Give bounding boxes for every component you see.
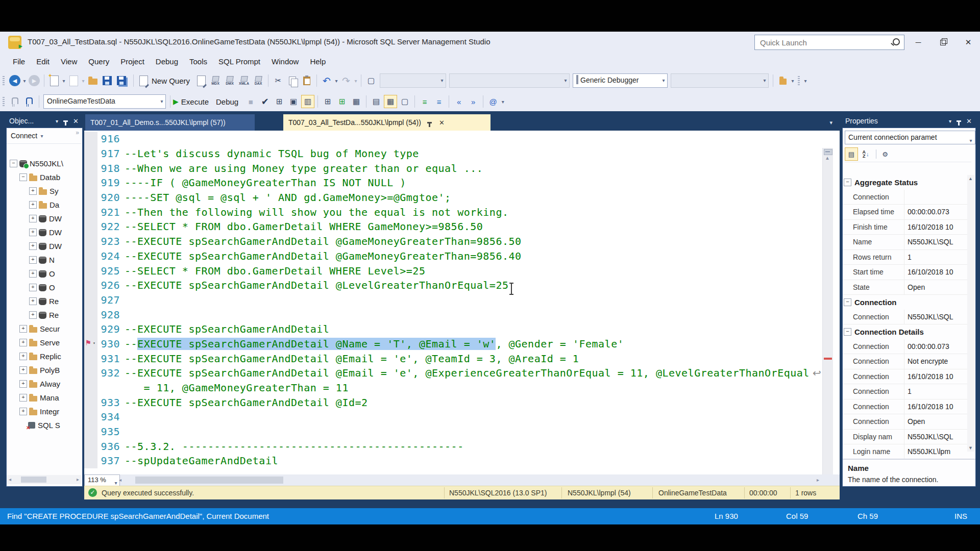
- expand-icon[interactable]: +: [19, 366, 27, 374]
- scroll-up-icon[interactable]: ▲: [968, 176, 973, 181]
- tree-item[interactable]: +O: [7, 281, 81, 294]
- include-actual-plan-button[interactable]: ⊞: [335, 95, 349, 108]
- quick-launch-box[interactable]: [754, 35, 904, 50]
- tree-item[interactable]: +DW: [7, 239, 81, 253]
- expand-icon[interactable]: +: [29, 297, 37, 305]
- dax-query-button[interactable]: DAX: [251, 76, 265, 85]
- expand-icon[interactable]: +: [29, 311, 37, 319]
- expand-icon[interactable]: +: [19, 325, 27, 333]
- toolbar-overflow-icon[interactable]: ▾: [803, 78, 808, 84]
- new-file-dropdown-icon[interactable]: ▾: [61, 78, 66, 84]
- xmla-query-button[interactable]: XMLA: [237, 76, 251, 85]
- property-row[interactable]: NameN550JKL\SQL: [843, 235, 967, 250]
- results-to-text-button[interactable]: ▥: [301, 95, 314, 108]
- tree-item[interactable]: +Sy: [7, 184, 81, 198]
- collapse-icon[interactable]: −: [844, 298, 851, 306]
- object-explorer-hscrollbar[interactable]: ◂ ▸: [7, 475, 81, 484]
- pin-icon[interactable]: [957, 120, 961, 122]
- menu-project[interactable]: Project: [115, 55, 150, 68]
- expand-icon[interactable]: +: [19, 339, 27, 346]
- tree-item[interactable]: +N: [7, 253, 81, 267]
- mdx-query-button[interactable]: MDX: [208, 76, 223, 85]
- stop-button[interactable]: ■: [244, 95, 257, 108]
- tree-item[interactable]: +PolyB: [7, 363, 81, 377]
- add-item-button[interactable]: [67, 74, 80, 87]
- property-row[interactable]: Rows return1: [843, 250, 967, 265]
- tree-item[interactable]: +Secur: [7, 322, 81, 336]
- editor-zoom-control[interactable]: 113 %▾: [84, 474, 120, 486]
- decrease-indent-button[interactable]: «: [452, 95, 465, 108]
- scrollbar-thumb[interactable]: [21, 477, 46, 483]
- expand-icon[interactable]: +: [29, 284, 37, 291]
- panel-overflow-icon[interactable]: »: [76, 129, 79, 136]
- toolbar-overflow-icon[interactable]: ▾: [790, 78, 795, 84]
- toolbar-grip[interactable]: [3, 97, 5, 106]
- tree-item[interactable]: +O: [7, 267, 81, 281]
- include-client-statistics-button[interactable]: ▦: [350, 95, 363, 108]
- object-explorer-header[interactable]: Objec... ▾ ✕: [6, 114, 82, 128]
- close-tab-icon[interactable]: ✕: [439, 119, 445, 127]
- tree-item[interactable]: −N550JKL\: [7, 157, 81, 170]
- close-icon[interactable]: ✕: [966, 117, 972, 125]
- menu-query[interactable]: Query: [83, 55, 115, 68]
- expand-icon[interactable]: +: [29, 256, 37, 264]
- expand-icon[interactable]: +: [29, 242, 37, 250]
- specify-values-button[interactable]: ⊞: [321, 95, 334, 108]
- property-row[interactable]: Finish time16/10/2018 10: [843, 220, 967, 235]
- expand-icon[interactable]: +: [29, 187, 37, 195]
- property-row[interactable]: Connection00:00:00.073: [843, 339, 967, 355]
- property-row[interactable]: ConnectionOpen: [843, 414, 967, 430]
- collapse-icon[interactable]: −: [19, 173, 27, 181]
- splitter-grip[interactable]: [824, 149, 832, 155]
- expand-icon[interactable]: +: [29, 215, 37, 222]
- tree-item[interactable]: +Serve: [7, 336, 81, 349]
- open-file-button[interactable]: [86, 74, 100, 87]
- property-group-row[interactable]: −Aggregate Status: [843, 175, 967, 190]
- property-row[interactable]: Display namN550JKL\SQL: [843, 430, 967, 445]
- tree-item[interactable]: +Re: [7, 294, 81, 308]
- results-to-grid-button[interactable]: ▦: [384, 95, 397, 108]
- document-list-dropdown-icon[interactable]: ▾: [829, 119, 832, 126]
- expand-icon[interactable]: +: [29, 270, 37, 278]
- collapse-icon[interactable]: −: [844, 328, 851, 336]
- new-query-button[interactable]: New Query: [152, 77, 190, 85]
- debug-button[interactable]: Debug: [216, 97, 238, 106]
- database-query-icon[interactable]: [194, 74, 208, 87]
- save-button[interactable]: [101, 74, 114, 87]
- properties-vscrollbar[interactable]: ▲ ▼: [967, 175, 975, 452]
- back-dropdown-icon[interactable]: ▾: [22, 78, 27, 84]
- scroll-right-icon[interactable]: ▸: [817, 477, 819, 483]
- property-group-row[interactable]: −Connection: [843, 295, 967, 310]
- menu-sql-prompt[interactable]: SQL Prompt: [213, 55, 266, 68]
- connect-dropdown-icon[interactable]: ▾: [39, 133, 44, 139]
- navigate-forward-button[interactable]: ▶: [28, 74, 41, 87]
- property-row[interactable]: Elapsed time00:00:00.073: [843, 205, 967, 220]
- bookmark-dropdown-icon[interactable]: ▾: [93, 341, 95, 345]
- restore-button[interactable]: [934, 36, 951, 49]
- results-to-file-button[interactable]: ▢: [398, 95, 411, 108]
- toolbar-grip[interactable]: [798, 76, 800, 85]
- connect-icon[interactable]: [8, 95, 21, 108]
- tree-item[interactable]: +Da: [7, 198, 81, 212]
- tree-item[interactable]: +Re: [7, 308, 81, 322]
- tree-item[interactable]: +Replic: [7, 349, 81, 363]
- expand-icon[interactable]: +: [19, 380, 27, 388]
- property-row[interactable]: Connection: [843, 190, 967, 205]
- property-pages-button[interactable]: ⚙: [879, 148, 891, 160]
- categorized-view-button[interactable]: ▤: [845, 147, 858, 161]
- menu-debug[interactable]: Debug: [150, 55, 184, 68]
- save-all-button[interactable]: [115, 74, 128, 87]
- navigate-back-button[interactable]: ◀: [8, 74, 21, 87]
- execute-button[interactable]: Execute: [181, 97, 209, 106]
- menu-window[interactable]: Window: [266, 55, 304, 68]
- tab-t007-01[interactable]: T007_01_All_Demo.s...550JKL\lpmpl (57)): [85, 114, 255, 131]
- tree-item[interactable]: +DW: [7, 212, 81, 226]
- query-options-button[interactable]: ▣: [287, 95, 300, 108]
- debug-target-combo[interactable]: Generic Debugger ▾: [573, 73, 668, 88]
- change-connection-icon[interactable]: [22, 95, 36, 108]
- collapse-icon[interactable]: −: [844, 179, 851, 186]
- expand-icon[interactable]: +: [19, 408, 27, 415]
- uncomment-button[interactable]: ≡: [432, 95, 446, 108]
- property-row[interactable]: StateOpen: [843, 280, 967, 295]
- tab-t007-03-active[interactable]: T007_03_All_TestDa...550JKL\lpmpl (54)) …: [283, 114, 491, 131]
